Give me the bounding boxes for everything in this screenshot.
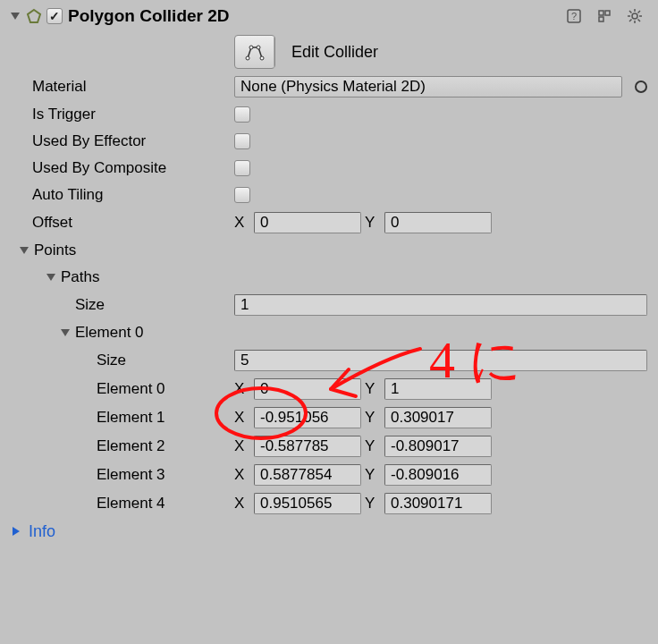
paths-label: Paths — [61, 268, 99, 286]
object-picker-icon[interactable] — [635, 80, 647, 93]
point-row: Element 0X0Y1 — [4, 375, 654, 403]
x-label: X — [234, 466, 250, 484]
point-row-label: Element 2 — [11, 437, 234, 455]
component-header[interactable]: Polygon Collider 2D ? — [4, 4, 654, 31]
component-title: Polygon Collider 2D — [68, 6, 565, 26]
svg-line-9 — [638, 20, 641, 22]
element0-size-label: Size — [11, 352, 234, 369]
point-row: Element 4X0.9510565Y0.3090171 — [4, 489, 654, 518]
edit-collider-label: Edit Collider — [279, 43, 391, 62]
points-foldout-icon[interactable] — [20, 247, 29, 254]
paths-size-label: Size — [11, 296, 234, 314]
paths-size-field[interactable]: 1 — [234, 294, 647, 316]
point-row-label: Element 0 — [11, 380, 234, 398]
used-by-effector-label: Used By Effector — [11, 132, 234, 150]
svg-point-13 — [249, 46, 253, 49]
auto-tiling-label: Auto Tiling — [11, 186, 234, 204]
x-label: X — [234, 380, 250, 398]
point-y-field[interactable]: -0.809016 — [384, 464, 492, 486]
gear-icon[interactable] — [626, 7, 644, 25]
material-label: Material — [11, 78, 234, 96]
used-by-composite-checkbox[interactable] — [234, 160, 250, 176]
edit-collider-icon — [235, 36, 274, 68]
point-x-field[interactable]: -0.587785 — [254, 436, 361, 457]
point-row: Element 1X-0.951056Y0.309017 — [4, 403, 654, 432]
y-label: Y — [365, 409, 381, 427]
point-y-field[interactable]: 0.309017 — [384, 407, 492, 428]
point-row-label: Element 3 — [11, 466, 234, 484]
is-trigger-label: Is Trigger — [11, 106, 234, 123]
svg-line-10 — [629, 20, 632, 22]
svg-point-3 — [632, 13, 637, 19]
point-x-field[interactable]: 0 — [254, 378, 361, 400]
point-row-label: Element 4 — [11, 495, 234, 513]
preset-icon[interactable] — [595, 7, 613, 25]
svg-point-15 — [260, 56, 264, 60]
y-label: Y — [365, 380, 381, 398]
element0-label: Element 0 — [75, 324, 144, 342]
y-label: Y — [365, 495, 381, 513]
point-row: Element 2X-0.587785Y-0.809017 — [4, 432, 654, 461]
offset-x-field[interactable]: 0 — [254, 212, 361, 233]
offset-label: Offset — [11, 214, 234, 232]
info-foldout-icon[interactable] — [13, 527, 20, 536]
x-label: X — [234, 437, 250, 455]
point-x-field[interactable]: 0.9510565 — [254, 493, 361, 514]
polygon-icon — [25, 7, 43, 25]
point-row-label: Element 1 — [11, 409, 234, 427]
used-by-effector-checkbox[interactable] — [234, 133, 250, 149]
point-x-field[interactable]: 0.5877854 — [254, 464, 361, 486]
points-label: Points — [34, 242, 76, 259]
y-label: Y — [365, 214, 381, 232]
element0-size-field[interactable]: 5 — [234, 350, 647, 371]
svg-marker-0 — [28, 10, 40, 22]
y-label: Y — [365, 437, 381, 455]
svg-text:?: ? — [571, 11, 577, 21]
point-y-field[interactable]: 1 — [384, 378, 492, 400]
element0-foldout-icon[interactable] — [61, 329, 70, 336]
x-label: X — [234, 495, 250, 513]
paths-foldout-icon[interactable] — [46, 274, 55, 281]
help-icon[interactable]: ? — [565, 7, 583, 25]
point-y-field[interactable]: -0.809017 — [384, 436, 492, 457]
y-label: Y — [365, 466, 381, 484]
svg-point-14 — [257, 46, 260, 49]
enable-checkbox[interactable] — [46, 8, 63, 24]
material-field[interactable]: None (Physics Material 2D) — [234, 76, 622, 97]
offset-y-field[interactable]: 0 — [384, 212, 492, 233]
foldout-icon[interactable] — [11, 13, 20, 20]
svg-point-12 — [246, 56, 249, 60]
x-label: X — [234, 214, 250, 232]
x-label: X — [234, 409, 250, 427]
used-by-composite-label: Used By Composite — [11, 159, 234, 177]
point-x-field[interactable]: -0.951056 — [254, 407, 361, 428]
svg-line-11 — [638, 11, 641, 13]
point-row: Element 3X0.5877854Y-0.809016 — [4, 461, 654, 489]
svg-line-8 — [629, 11, 632, 13]
is-trigger-checkbox[interactable] — [234, 106, 250, 123]
point-y-field[interactable]: 0.3090171 — [384, 493, 492, 514]
info-label[interactable]: Info — [25, 522, 55, 541]
auto-tiling-checkbox[interactable] — [234, 187, 250, 203]
edit-collider-button[interactable] — [234, 35, 275, 69]
